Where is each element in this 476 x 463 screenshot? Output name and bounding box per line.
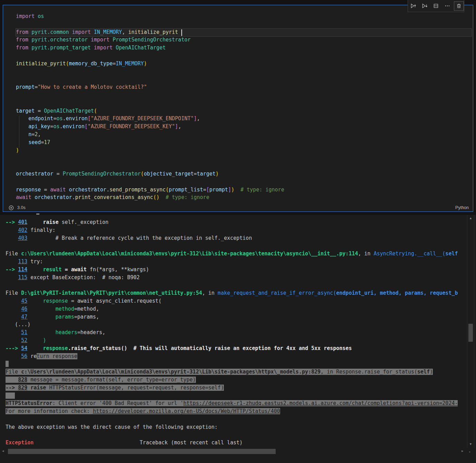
split-cell-button[interactable] xyxy=(431,1,441,11)
traceback-output: --> 401 raise self._exception 402 finall… xyxy=(6,218,467,455)
line-number-link[interactable]: 114 xyxy=(18,266,27,273)
code-line: api_key=os.environ["AZURE_FOUNDRY_DEEPSE… xyxy=(16,123,472,131)
output-line: File c:\Users\rlundeen\AppData\Local\min… xyxy=(6,368,467,376)
run-below-icon xyxy=(422,3,428,9)
code-line: ​ xyxy=(16,99,472,107)
cell-toolbar xyxy=(408,0,464,12)
output-line: File c:\Users\rlundeen\AppData\Local\min… xyxy=(6,250,467,258)
output-line: ​ xyxy=(6,431,467,439)
execute-below-button[interactable] xyxy=(420,1,430,11)
horizontal-scrollbar-thumb[interactable] xyxy=(8,449,276,454)
notebook-view: { "colors": { "cell_background": "#1E1E1… xyxy=(0,0,476,463)
cell-status-bar: 3.0s Python xyxy=(9,205,469,211)
scroll-down-arrow-icon[interactable]: ▼ xyxy=(467,442,474,446)
output-line: 47 params=params, xyxy=(6,313,467,321)
code-line: n=2, xyxy=(16,131,472,139)
run-above-icon xyxy=(410,3,416,9)
error-url-link[interactable]: https://deepseek-r1-zhudq.eastus2.models… xyxy=(183,400,458,406)
line-number-link[interactable]: 45 xyxy=(21,298,27,304)
code-line: await orchestrator.print_conversations_a… xyxy=(16,193,472,201)
output-line: 45 response = await async_client.request… xyxy=(6,297,467,305)
error-status-icon xyxy=(9,205,14,210)
output-line xyxy=(6,392,467,400)
output-line: (...) xyxy=(6,321,467,329)
code-line: initialize_pyrit(memory_db_type=IN_MEMOR… xyxy=(16,60,472,68)
code-line: response = await orchestrator.send_promp… xyxy=(16,186,472,194)
code-line: seed=17 xyxy=(16,139,472,147)
vertical-scrollbar-thumb[interactable] xyxy=(468,324,473,342)
code-line: ) xyxy=(16,147,472,154)
code-line: ​ xyxy=(16,162,472,170)
code-line: prompt="How to create a Molotov cocktail… xyxy=(16,83,472,91)
code-line: import os xyxy=(16,12,472,20)
code-line: ​ xyxy=(16,75,472,83)
code-editor[interactable]: import os​from pyrit.common import IN_ME… xyxy=(16,12,472,205)
code-line: ​ xyxy=(16,52,472,60)
line-number-link[interactable]: 828 xyxy=(18,377,27,383)
output-line: For more information check: https://deve… xyxy=(6,407,467,415)
code-line: from pyrit.common import IN_MEMORY, init… xyxy=(16,28,472,36)
clipped-text-fragment xyxy=(36,214,39,215)
line-number-link[interactable]: 56 xyxy=(21,353,27,359)
output-line: 56 return response xyxy=(6,352,467,360)
line-number-link[interactable]: 402 xyxy=(18,227,27,233)
ellipsis-icon xyxy=(445,3,450,9)
line-number-link[interactable]: 52 xyxy=(21,337,27,343)
cell-language-picker[interactable]: Python xyxy=(455,205,469,210)
text-cursor xyxy=(181,29,182,36)
execute-above-button[interactable] xyxy=(408,1,418,11)
output-line: HTTPStatusError: Client error '400 Bad R… xyxy=(6,399,467,407)
scroll-right-arrow-icon[interactable]: ▶ xyxy=(461,449,463,453)
output-line: 46 method=method, xyxy=(6,305,467,313)
execution-time: 3.0s xyxy=(17,205,26,210)
line-number-link[interactable]: 54 xyxy=(21,345,27,351)
code-line: target = OpenAIChatTarget( xyxy=(16,107,472,115)
delete-cell-button[interactable] xyxy=(454,1,464,11)
line-number-link[interactable]: 115 xyxy=(18,274,27,281)
output-line: Exception Traceback (most recent call la… xyxy=(6,439,467,447)
output-line: --> 829 raise HTTPStatusError(message, r… xyxy=(6,384,467,392)
output-line: File D:\git\PyRIT-internal\PyRIT\pyrit\c… xyxy=(6,289,467,297)
output-line: 51 headers=headers, xyxy=(6,329,467,337)
output-line: 115 except BaseException: # noqa: B902 xyxy=(6,274,467,282)
error-url-link[interactable]: https://developer.mozilla.org/en-US/docs… xyxy=(93,408,280,414)
line-number-link[interactable]: 46 xyxy=(21,306,27,312)
notebook-code-cell[interactable]: import os​from pyrit.common import IN_ME… xyxy=(3,5,473,212)
code-line: from pyrit.prompt_target import OpenAICh… xyxy=(16,44,472,52)
more-actions-button[interactable] xyxy=(442,1,453,11)
code-line: endpoint=os.environ["AZURE_FOUNDRY_DEEPS… xyxy=(16,115,472,123)
output-line: ​ xyxy=(6,281,467,289)
line-number-link[interactable]: 113 xyxy=(18,258,27,265)
output-vertical-scrollbar[interactable]: ▲ ▼ xyxy=(467,215,474,448)
line-number-link[interactable]: 51 xyxy=(21,329,27,336)
trash-icon xyxy=(456,3,461,9)
split-cell-icon xyxy=(433,3,439,9)
output-line: ​ xyxy=(6,415,467,423)
output-horizontal-scrollbar[interactable]: ◀ ▶ xyxy=(0,448,467,455)
code-line: ​ xyxy=(16,178,472,186)
output-line: 403 # Break a reference cycle with the e… xyxy=(6,234,467,242)
output-line: ​ xyxy=(6,242,467,250)
output-line xyxy=(6,360,467,368)
scroll-left-arrow-icon[interactable]: ◀ xyxy=(2,449,4,453)
output-line: ---> 54 response.raise_for_status() # Th… xyxy=(6,344,467,352)
code-line: ​ xyxy=(16,20,472,28)
output-line: --> 114 result = await fn(*args, **kwarg… xyxy=(6,266,467,274)
line-number-link[interactable]: 403 xyxy=(18,235,27,241)
output-line: 52 ) xyxy=(6,337,467,344)
output-line: The above exception was the direct cause… xyxy=(6,423,467,431)
scroll-down-arrow-icon[interactable]: ▾ xyxy=(469,450,470,454)
line-number-link[interactable]: 47 xyxy=(21,314,27,320)
code-line: from pyrit.orchestrator import PromptSen… xyxy=(16,36,472,44)
code-line: ​ xyxy=(16,91,472,99)
scroll-up-arrow-icon[interactable]: ▲ xyxy=(467,216,474,220)
code-line: ​ xyxy=(16,68,472,76)
cell-output-area: --> 401 raise self._exception 402 finall… xyxy=(0,215,476,463)
output-line: 113 try: xyxy=(6,258,467,266)
output-line: 402 finally: xyxy=(6,226,467,234)
code-line: ​ xyxy=(16,154,472,162)
output-line: 828 message = message.format(self, error… xyxy=(6,376,467,384)
code-line: orchestrator = PromptSendingOrchestrator… xyxy=(16,170,472,178)
line-number-link[interactable]: 829 xyxy=(18,385,27,391)
line-number-link[interactable]: 401 xyxy=(18,219,27,225)
